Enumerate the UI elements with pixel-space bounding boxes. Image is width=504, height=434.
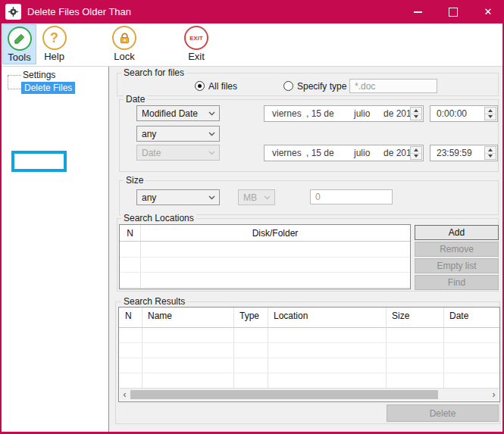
column-divider <box>386 308 387 389</box>
date-to-picker[interactable]: viernes , 15 de julio de 2016 <box>264 145 424 161</box>
size-value-input <box>310 189 393 205</box>
chevron-down-icon <box>264 195 271 200</box>
scroll-left-button[interactable]: ‹ <box>120 389 130 400</box>
down-arrow-icon <box>414 155 418 158</box>
title-bar: Delete Files Older Than ✕ <box>0 0 504 23</box>
column-header: Name <box>142 308 233 321</box>
date-segment-weekday[interactable]: viernes <box>272 148 302 158</box>
time-from-picker[interactable]: 0:00:00 <box>430 105 498 122</box>
table-row-divider <box>119 358 499 358</box>
table-row-divider <box>120 272 410 273</box>
date-from-picker[interactable]: viernes , 15 de julio de 2016 <box>264 105 424 122</box>
empty-list-button: Empty list <box>415 258 499 273</box>
dropdown-value: any <box>142 129 156 139</box>
column-header: Size <box>386 308 443 321</box>
table-row-divider <box>119 342 499 343</box>
lock-icon <box>112 26 136 50</box>
column-header: Date <box>443 308 499 321</box>
date-condition-dropdown[interactable]: any <box>136 126 220 142</box>
group-label: Search Locations <box>121 213 196 223</box>
table-row-divider <box>119 373 499 373</box>
highlight-box <box>11 151 67 172</box>
spin-down-button[interactable] <box>411 154 421 160</box>
radio-all-files[interactable]: All files <box>195 81 271 92</box>
tree-connector-line <box>8 75 21 76</box>
chevron-down-icon <box>208 132 215 136</box>
table-row-divider <box>120 257 410 258</box>
down-arrow-icon <box>488 155 493 158</box>
up-arrow-icon <box>414 148 418 151</box>
toolbar-button-tools[interactable]: Tools <box>2 24 36 64</box>
exit-icon: EXIT <box>184 26 208 50</box>
toolbar-label: Exit <box>177 51 215 62</box>
spin-down-button[interactable] <box>485 154 496 160</box>
time-to-picker[interactable]: 23:59:59 <box>430 145 498 161</box>
horizontal-scrollbar[interactable]: ‹ › <box>120 388 499 401</box>
radio-icon <box>195 81 205 91</box>
toolbar-button-exit[interactable]: EXIT Exit <box>177 24 215 64</box>
toolbar: Tools ? Help Lock EXIT Exit <box>2 23 502 67</box>
header-divider <box>120 241 410 242</box>
group-label: Search Results <box>121 296 187 307</box>
remove-button: Remove <box>415 242 499 257</box>
down-arrow-icon <box>488 115 493 118</box>
column-header: N <box>119 308 142 321</box>
dropdown-value: any <box>142 192 156 203</box>
spin-up-button[interactable] <box>485 108 496 114</box>
maximize-button[interactable] <box>440 0 466 23</box>
chevron-down-icon <box>208 151 215 155</box>
target-icon <box>8 6 19 17</box>
date-segment-month[interactable]: julio <box>354 108 370 119</box>
sidebar-item-delete-files[interactable]: Delete Files <box>21 82 75 94</box>
dropdown-value: Modified Date <box>142 108 198 119</box>
column-divider <box>142 308 142 389</box>
sidebar-tree: Settings Delete Files <box>2 67 109 432</box>
date-segment-month[interactable]: julio <box>354 148 370 158</box>
tree-connector-line <box>8 89 21 89</box>
sidebar-item-settings[interactable]: Settings <box>23 70 55 80</box>
date-segment-day[interactable]: , 15 de <box>306 148 334 158</box>
scrollbar-thumb[interactable] <box>130 390 438 399</box>
results-table[interactable]: N Name Type Location Size Date ‹ › <box>118 307 500 402</box>
pencil-icon <box>8 27 32 51</box>
spin-up-button[interactable] <box>411 147 421 154</box>
toolbar-button-help[interactable]: ? Help <box>37 24 71 64</box>
date-field-dropdown[interactable]: Modified Date <box>136 105 220 121</box>
spin-down-button[interactable] <box>485 114 496 120</box>
chevron-down-icon <box>208 195 215 200</box>
column-header: Type <box>233 308 268 321</box>
time-value[interactable]: 23:59:59 <box>437 148 472 158</box>
column-header: Disk/Folder <box>140 225 410 239</box>
size-unit-dropdown: MB <box>238 189 275 205</box>
spin-up-button[interactable] <box>485 147 496 154</box>
date-segment-weekday[interactable]: viernes <box>272 108 302 119</box>
radio-icon <box>283 81 293 91</box>
column-header: Location <box>268 308 386 321</box>
window-title: Delete Files Older Than <box>27 0 131 23</box>
spin-up-button[interactable] <box>411 108 421 114</box>
chevron-down-icon <box>208 111 215 116</box>
add-button[interactable]: Add <box>415 225 499 240</box>
minimize-button[interactable] <box>405 0 430 23</box>
date-spinner[interactable] <box>410 146 422 160</box>
main-panel: Search for files All files Specify type … <box>109 67 502 432</box>
close-icon: ✕ <box>484 0 493 23</box>
question-glyph: ? <box>50 31 58 45</box>
time-spinner[interactable] <box>484 146 496 160</box>
size-condition-dropdown[interactable]: any <box>136 189 220 205</box>
time-spinner[interactable] <box>484 107 496 120</box>
toolbar-button-lock[interactable]: Lock <box>106 24 142 64</box>
time-value[interactable]: 0:00:00 <box>437 108 467 119</box>
column-divider <box>268 308 268 389</box>
file-type-input <box>349 79 437 93</box>
group-label: Search for files <box>121 67 186 78</box>
up-arrow-icon <box>488 148 493 151</box>
radio-label: All files <box>208 81 237 92</box>
date-spinner[interactable] <box>410 107 422 120</box>
scroll-right-button[interactable]: › <box>489 389 499 400</box>
close-button[interactable]: ✕ <box>475 0 501 23</box>
toolbar-label: Help <box>37 51 71 62</box>
date-segment-day[interactable]: , 15 de <box>306 108 334 119</box>
locations-table[interactable]: N Disk/Folder <box>119 224 411 289</box>
spin-down-button[interactable] <box>411 114 421 120</box>
